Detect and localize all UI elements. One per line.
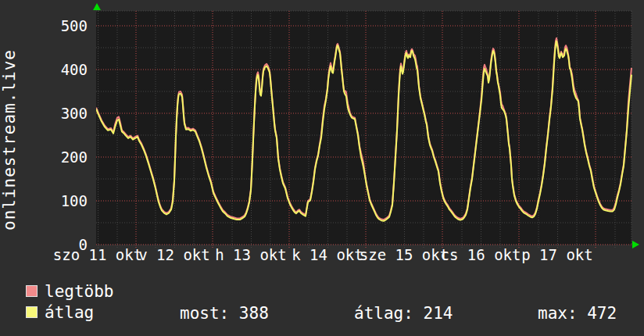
y-tick-label-300: 300 (48, 105, 88, 121)
y-tick-label-200: 200 (48, 149, 88, 165)
y-tick-label-100: 100 (48, 193, 88, 209)
x-tick-label-7: p 17 okt (506, 247, 608, 263)
x-axis-arrow-icon (632, 241, 639, 248)
stat-atlag: átlag: 214 (354, 306, 453, 321)
legend-swatch-atlag (26, 306, 38, 318)
rrd-graph: onlinestream.live 0100200300400500 szo 1… (0, 0, 644, 336)
y-tick-label-400: 400 (48, 62, 88, 77)
legend-swatch-legtobb (26, 285, 38, 297)
y-axis-arrow-icon (93, 3, 101, 10)
stat-max: max: 472 (538, 306, 617, 321)
legend-label-legtobb: legtöbb (45, 284, 114, 299)
legend-label-atlag: átlag (45, 305, 94, 320)
y-tick-label-500: 500 (48, 18, 88, 34)
stat-most: most: 388 (180, 306, 269, 321)
